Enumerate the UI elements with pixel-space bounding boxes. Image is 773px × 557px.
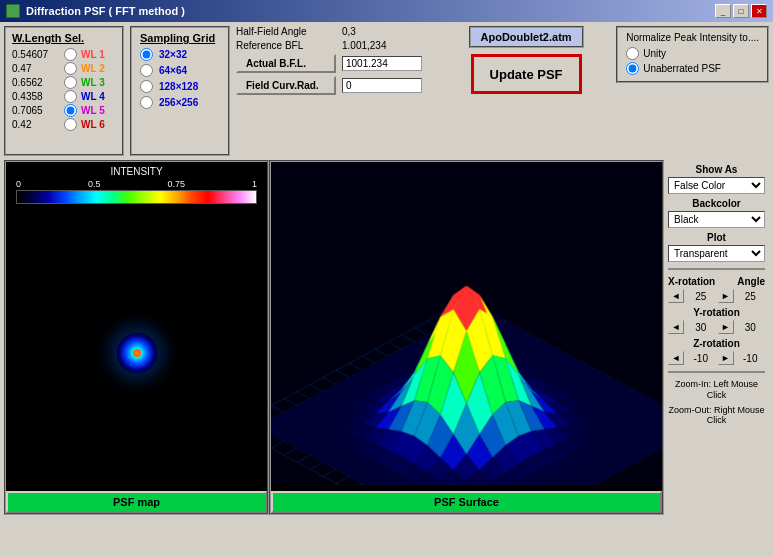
show-as-section: Show As False Color Grayscale Color: [668, 164, 765, 194]
window-controls: _ □ ✕: [715, 4, 767, 18]
wl-radio-3[interactable]: [64, 76, 77, 89]
title-bar: Diffraction PSF ( FFT method ) _ □ ✕: [0, 0, 773, 22]
window-frame: Diffraction PSF ( FFT method ) _ □ ✕ W.L…: [0, 0, 773, 557]
psf-surface-canvas[interactable]: [271, 162, 662, 485]
wl-row-1: 0.54607 WL 1: [12, 48, 116, 61]
sampling-label-64: 64×64: [159, 65, 187, 76]
window-content: W.Length Sel. 0.54607 WL 1 0.47 WL 2 0.6…: [0, 22, 773, 557]
field-curv-button[interactable]: Field Curv.Rad.: [236, 76, 336, 95]
actual-bfl-row: Actual B.F.L.: [236, 54, 436, 73]
intensity-bar-container: INTENSITY 0 0.5 0.75 1: [6, 162, 267, 204]
sampling-row-1: 32×32: [140, 48, 220, 61]
ref-bfl-value: 1.001,234: [342, 40, 387, 51]
normalize-row-unaberrated: Unaberrated PSF: [626, 62, 759, 75]
update-psf-button[interactable]: Update PSF: [471, 54, 582, 94]
actual-bfl-input[interactable]: [342, 56, 422, 71]
maximize-button[interactable]: □: [733, 4, 749, 18]
psf-dot: [117, 333, 157, 373]
x-rotation-increment[interactable]: ►: [718, 289, 734, 303]
title-bar-text: Diffraction PSF ( FFT method ): [6, 4, 185, 18]
z-rotation-label: Z-rotation: [668, 338, 765, 349]
wl-row-3: 0.6562 WL 3: [12, 76, 116, 89]
normalize-radio-unaberrated[interactable]: [626, 62, 639, 75]
psf-map-panel: INTENSITY 0 0.5 0.75 1 PSF ma: [4, 160, 269, 515]
wavelength-panel: W.Length Sel. 0.54607 WL 1 0.47 WL 2 0.6…: [4, 26, 124, 156]
wl-row-6: 0.42 WL 6: [12, 118, 116, 131]
sampling-label-32: 32×32: [159, 49, 187, 60]
normalize-row-unity: Unity: [626, 47, 759, 60]
wl-value-3: 0.6562: [12, 77, 60, 88]
psf-map-button[interactable]: PSF map: [6, 491, 267, 513]
display-area: INTENSITY 0 0.5 0.75 1 PSF ma: [4, 160, 769, 515]
ref-bfl-label: Reference BFL: [236, 40, 336, 51]
wl-radio-4[interactable]: [64, 90, 77, 103]
close-button[interactable]: ✕: [751, 4, 767, 18]
wl-radio-1[interactable]: [64, 48, 77, 61]
y-rotation-value: 30: [686, 322, 716, 333]
sampling-radio-128[interactable]: [140, 80, 153, 93]
wl-value-4: 0.4358: [12, 91, 60, 102]
sampling-radio-64[interactable]: [140, 64, 153, 77]
wl-row-2: 0.47 WL 2: [12, 62, 116, 75]
wl-row-4: 0.4358 WL 4: [12, 90, 116, 103]
wl-row-5: 0.7065 WL 5: [12, 104, 116, 117]
backcolor-section: Backcolor Black White: [668, 198, 765, 228]
show-as-dropdown[interactable]: False Color Grayscale Color: [668, 177, 765, 194]
window-title: Diffraction PSF ( FFT method ): [26, 5, 185, 17]
y-rotation-display: 30: [736, 322, 766, 333]
psf-dot-container: [6, 244, 267, 461]
x-rotation-label: X-rotation: [668, 276, 715, 287]
backcolor-dropdown[interactable]: Black White: [668, 211, 765, 228]
y-rotation-increment[interactable]: ►: [718, 320, 734, 334]
wl-radio-5[interactable]: [64, 104, 77, 117]
wl-label-4: WL 4: [81, 91, 105, 102]
half-field-label: Half-Field Angle: [236, 26, 336, 37]
angle-label: Angle: [737, 276, 765, 287]
separator-1: [668, 268, 765, 270]
actual-bfl-button[interactable]: Actual B.F.L.: [236, 54, 336, 73]
half-field-row: Half-Field Angle 0,3: [236, 26, 436, 37]
wl-value-1: 0.54607: [12, 49, 60, 60]
zoom-out-text: Zoom-Out: Right Mouse Click: [668, 405, 765, 427]
z-rotation-value: -10: [686, 353, 716, 364]
normalize-title: Normalize Peak Intensity to....: [626, 32, 759, 43]
minimize-button[interactable]: _: [715, 4, 731, 18]
psf-surface-button[interactable]: PSF Surface: [271, 491, 662, 513]
wl-label-6: WL 6: [81, 119, 105, 130]
scale-075: 0.75: [167, 179, 185, 189]
y-rotation-decrement[interactable]: ◄: [668, 320, 684, 334]
wl-radio-2[interactable]: [64, 62, 77, 75]
half-field-value: 0,3: [342, 26, 356, 37]
normalize-radio-unity[interactable]: [626, 47, 639, 60]
x-rotation-display: 25: [736, 291, 766, 302]
sampling-title: Sampling Grid: [140, 32, 220, 44]
sampling-row-3: 128×128: [140, 80, 220, 93]
sampling-row-4: 256×256: [140, 96, 220, 109]
zoom-in-text: Zoom-In: Left Mouse Click: [668, 379, 765, 401]
scale-05: 0.5: [88, 179, 101, 189]
wl-radio-6[interactable]: [64, 118, 77, 131]
sampling-panel: Sampling Grid 32×32 64×64 128×128 256×25…: [130, 26, 230, 156]
sampling-radio-32[interactable]: [140, 48, 153, 61]
field-curv-input[interactable]: [342, 78, 422, 93]
plot-label: Plot: [668, 232, 765, 243]
z-rotation-section: Z-rotation ◄ -10 ► -10: [668, 338, 765, 365]
sampling-radio-256[interactable]: [140, 96, 153, 109]
z-rotation-decrement[interactable]: ◄: [668, 351, 684, 365]
x-rotation-decrement[interactable]: ◄: [668, 289, 684, 303]
scale-1: 1: [252, 179, 257, 189]
scale-0: 0: [16, 179, 21, 189]
field-curv-row: Field Curv.Rad.: [236, 76, 436, 95]
plot-dropdown[interactable]: Transparent Solid: [668, 245, 765, 262]
y-rotation-arrows: ◄ 30 ► 30: [668, 320, 765, 334]
x-rotation-section: X-rotation Angle ◄ 25 ► 25: [668, 276, 765, 303]
y-rotation-label: Y-rotation: [668, 307, 765, 318]
app-icon: [6, 4, 20, 18]
ref-bfl-row: Reference BFL 1.001,234: [236, 40, 436, 51]
z-rotation-increment[interactable]: ►: [718, 351, 734, 365]
psf-map-canvas[interactable]: [6, 204, 267, 491]
wl-label-2: WL 2: [81, 63, 105, 74]
plot-section: Plot Transparent Solid: [668, 232, 765, 262]
wl-label-1: WL 1: [81, 49, 105, 60]
wl-value-6: 0.42: [12, 119, 60, 130]
